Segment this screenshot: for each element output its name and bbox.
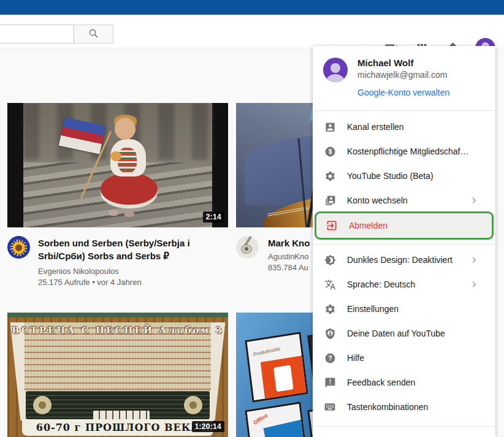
translate-icon	[324, 278, 336, 291]
menu-item-sprache[interactable]: Sprache: Deutsch	[313, 272, 495, 297]
menu-item-hilfe[interactable]: ? Hilfe	[313, 346, 495, 370]
account-name: Michael Wolf	[357, 58, 413, 68]
menu-item-label: Kanal erstellen	[347, 122, 404, 132]
video-thumbnail-3[interactable]: ВСТРЕЧА С ПЕСНЕЙ Альбом 3 60-70 г ПРОШЛО…	[7, 313, 228, 437]
menu-divider	[313, 110, 495, 111]
menu-item-abmelden[interactable]: Abmelden	[316, 213, 492, 238]
menu-item-label: YouTube Studio (Beta)	[347, 171, 433, 181]
manage-google-account-link[interactable]: Google-Konto verwalten	[357, 88, 449, 97]
menu-item-youtube-studio[interactable]: YouTube Studio (Beta)	[313, 164, 495, 188]
gear-icon	[324, 170, 336, 182]
menu-item-mitgliedschaften[interactable]: $ Kostenpflichtige Mitgliedschaf…	[313, 139, 495, 164]
video-views-date: 25.175 Aufrufe • vor 4 Jahren	[38, 277, 142, 288]
search-input[interactable]	[0, 25, 74, 44]
chevron-right-icon	[470, 280, 478, 289]
channel-avatar[interactable]	[7, 236, 30, 259]
search-button[interactable]	[74, 25, 113, 44]
channel-avatar[interactable]	[236, 236, 259, 259]
video-duration-badge: 2:14	[203, 211, 224, 222]
chevron-right-icon	[470, 196, 478, 205]
thumbnail-photo	[23, 103, 212, 227]
signout-highlight-annotation: Abmelden	[315, 211, 494, 240]
menu-item-label: Kostenpflichtige Mitgliedschaf…	[347, 146, 468, 156]
keyboard-icon	[324, 401, 336, 413]
shield-person-icon	[324, 327, 336, 340]
monetization-icon: $	[324, 145, 336, 158]
menu-item-feedback[interactable]: Feedback senden	[313, 370, 495, 395]
menu-item-dunkles-design[interactable]: Dunkles Design: Deaktiviert	[313, 248, 495, 272]
youtube-header	[0, 15, 504, 48]
menu-item-einstellungen[interactable]: Einstellungen	[313, 297, 495, 321]
thumbnail-overlay-text-bottom: 60-70 г ПРОШЛОГО ВЕКА	[36, 422, 199, 433]
channel-name[interactable]: Evgenios Nikolopoulos	[38, 266, 119, 277]
video-title[interactable]: Sorben und Serben (Serby/Serbja i Srbi/С…	[38, 237, 232, 262]
menu-item-label: Sprache: Deutsch	[347, 279, 415, 289]
thumbnail-overlay-text-top: ВСТРЕЧА С ПЕСНЕЙ Альбом 3	[7, 325, 228, 336]
account-avatar-large	[323, 58, 348, 82]
video-thumbnail-1[interactable]: 2:14	[7, 103, 228, 227]
account-menu: Michael Wolf michawjelk@gmail.com Google…	[313, 46, 495, 437]
video-title[interactable]: Mark Kno	[268, 237, 310, 249]
menu-divider	[313, 244, 495, 245]
menu-item-label: Deine Daten auf YouTube	[347, 329, 445, 338]
menu-item-label: Dunkles Design: Deaktiviert	[347, 255, 452, 265]
chevron-right-icon	[470, 256, 478, 264]
gear-icon	[324, 303, 336, 315]
menu-item-tastenkombinationen[interactable]: Tastenkombinationen	[313, 395, 495, 419]
menu-item-label: Abmelden	[349, 221, 388, 230]
switch-account-icon	[324, 194, 336, 207]
menu-item-konto-wechseln[interactable]: Konto wechseln	[313, 188, 495, 213]
account-email: michawjelk@gmail.com	[357, 70, 447, 80]
menu-item-label: Tastenkombinationen	[347, 402, 428, 412]
video-views-date: 835.784 Au	[268, 262, 308, 273]
menu-divider	[313, 426, 495, 427]
menu-item-label: Konto wechseln	[347, 196, 408, 205]
menu-item-kanal-erstellen[interactable]: Kanal erstellen	[313, 115, 495, 139]
menu-item-label: Hilfe	[347, 353, 364, 363]
help-icon: ?	[324, 352, 336, 364]
svg-text:?: ?	[328, 354, 332, 362]
exit-to-app-icon	[326, 219, 338, 232]
menu-item-label: Einstellungen	[347, 304, 399, 314]
youtube-page: 2:14 Sorben und Serben (Serby/Serbja i S…	[0, 0, 504, 437]
video-duration-badge: 1:20:14	[192, 421, 224, 432]
dark-mode-brightness-icon	[324, 254, 336, 266]
channel-name[interactable]: AgustinKno	[268, 251, 309, 262]
browser-titlebar	[0, 0, 504, 15]
svg-text:$: $	[328, 148, 332, 155]
feedback-icon	[324, 376, 336, 389]
menu-item-deine-daten[interactable]: Deine Daten auf YouTube	[313, 321, 495, 346]
menu-item-label: Feedback senden	[347, 378, 415, 387]
account-box-icon	[324, 121, 336, 133]
search-area	[0, 25, 113, 44]
search-icon	[88, 28, 99, 40]
